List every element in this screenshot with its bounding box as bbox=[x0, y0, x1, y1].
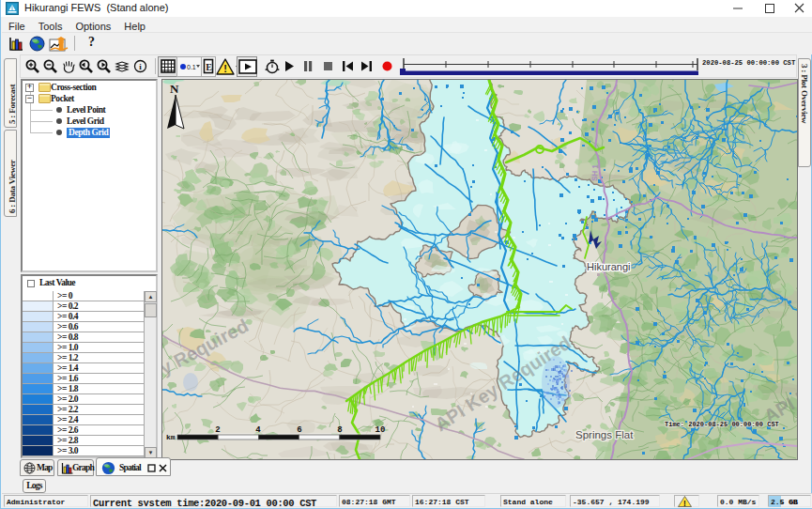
svg-text:Time: 2020-08-25 00:00:00 CST: Time: 2020-08-25 00:00:00 CST bbox=[665, 421, 779, 428]
svg-text:SH 1: SH 1 bbox=[590, 163, 600, 181]
svg-text:!: ! bbox=[223, 63, 227, 74]
svg-text:8: 8 bbox=[337, 425, 342, 435]
svg-text:10: 10 bbox=[375, 425, 386, 435]
svg-text:Springs Flat: Springs Flat bbox=[575, 429, 634, 440]
svg-text:6: 6 bbox=[297, 425, 301, 435]
svg-text:km: km bbox=[166, 433, 176, 441]
svg-text:i: i bbox=[139, 62, 142, 71]
svg-text:Hikurangi: Hikurangi bbox=[587, 261, 630, 272]
svg-text:0.1: 0.1 bbox=[187, 64, 196, 70]
svg-text:!: ! bbox=[683, 499, 686, 508]
svg-text:2: 2 bbox=[215, 425, 220, 435]
svg-text:E: E bbox=[206, 62, 212, 72]
svg-text:4: 4 bbox=[255, 425, 261, 435]
svg-text:N: N bbox=[170, 82, 179, 96]
